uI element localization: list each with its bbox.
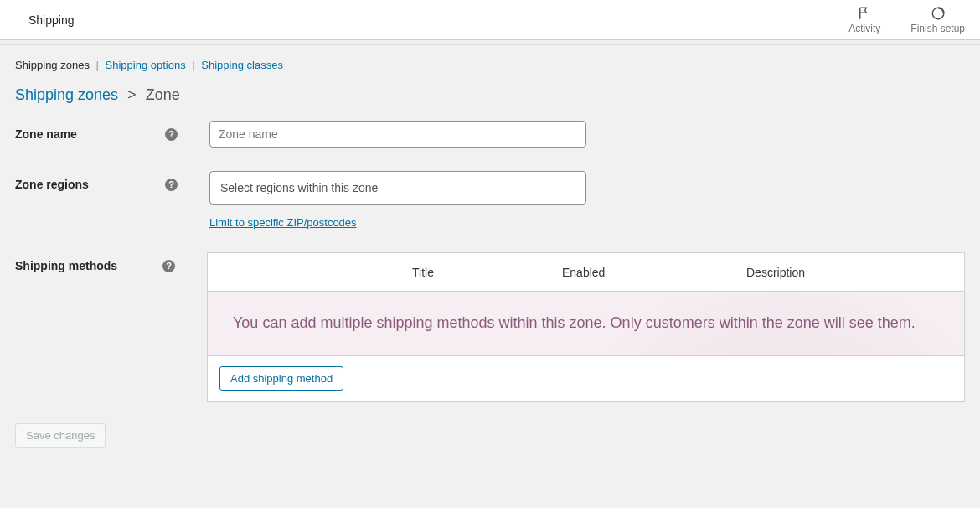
- zone-regions-select[interactable]: Select regions within this zone: [209, 171, 586, 205]
- limit-zip-link[interactable]: Limit to specific ZIP/postcodes: [209, 216, 357, 229]
- zone-regions-placeholder: Select regions within this zone: [220, 181, 378, 194]
- progress-circle-icon: [931, 6, 946, 21]
- col-description: Description: [746, 266, 964, 279]
- top-bar: Shipping Activity Finish setup: [0, 0, 980, 40]
- shipping-methods-label: Shipping methods: [15, 259, 117, 272]
- finish-setup-label: Finish setup: [910, 23, 965, 34]
- finish-setup-button[interactable]: Finish setup: [895, 0, 980, 40]
- breadcrumb-current: Zone: [146, 86, 180, 103]
- col-enabled: Enabled: [562, 266, 746, 279]
- breadcrumb-root[interactable]: Shipping zones: [15, 86, 118, 103]
- row-shipping-methods: Shipping methods ? Title Enabled Descrip…: [15, 252, 965, 402]
- zone-form: Zone name ? Zone regions ? Select region…: [0, 116, 980, 418]
- breadcrumb: Shipping zones > Zone: [0, 76, 980, 116]
- save-changes-button[interactable]: Save changes: [15, 423, 106, 448]
- subnav-classes[interactable]: Shipping classes: [201, 59, 283, 71]
- table-footer: Add shipping method: [208, 356, 964, 401]
- zone-regions-label: Zone regions: [15, 178, 89, 191]
- subnav-zones[interactable]: Shipping zones: [15, 59, 90, 71]
- breadcrumb-separator: >: [122, 86, 142, 103]
- zone-name-label: Zone name: [15, 127, 77, 141]
- activity-button[interactable]: Activity: [833, 0, 895, 40]
- help-icon[interactable]: ?: [162, 260, 175, 272]
- table-header: Title Enabled Description: [208, 253, 964, 292]
- page-title: Shipping: [28, 13, 75, 27]
- col-title: Title: [245, 266, 562, 279]
- flag-icon: [857, 6, 872, 21]
- activity-label: Activity: [848, 23, 880, 34]
- empty-state-text: You can add multiple shipping methods wi…: [208, 292, 964, 356]
- help-icon[interactable]: ?: [165, 128, 178, 141]
- help-icon[interactable]: ?: [165, 179, 178, 191]
- shipping-methods-table: Title Enabled Description You can add mu…: [207, 252, 965, 402]
- subnav-options[interactable]: Shipping options: [106, 59, 186, 71]
- row-zone-regions: Zone regions ? Select regions within thi…: [15, 171, 965, 229]
- row-zone-name: Zone name ?: [15, 121, 965, 148]
- shipping-subnav: Shipping zones | Shipping options | Ship…: [0, 45, 980, 76]
- zone-name-input[interactable]: [209, 121, 586, 148]
- add-shipping-method-button[interactable]: Add shipping method: [219, 366, 343, 391]
